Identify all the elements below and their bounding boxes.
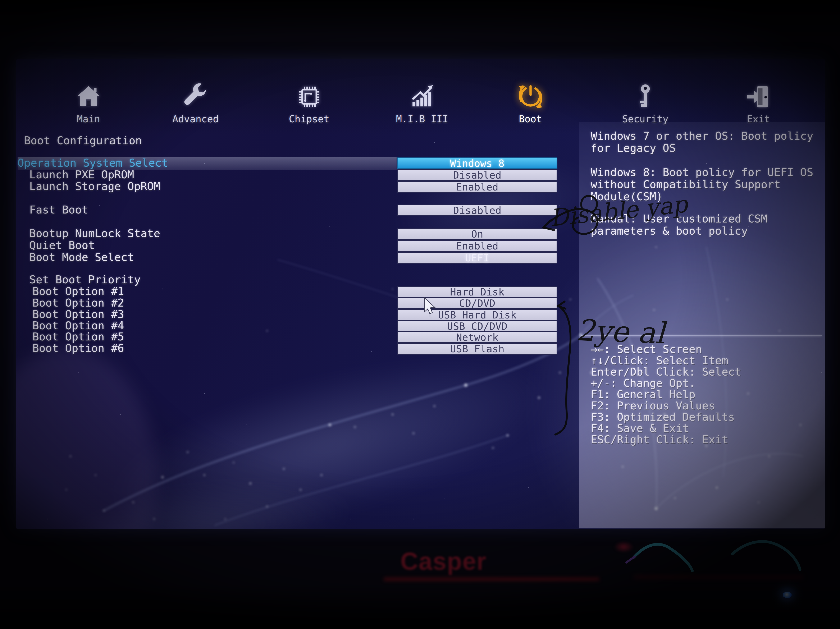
value-launch-storage-oprom[interactable]: Enabled: [397, 181, 557, 193]
chart-icon: [376, 79, 468, 111]
help-text-line: Windows 7 or other OS: Boot policy: [591, 130, 813, 142]
chipset-icon: [263, 79, 355, 111]
bios-screen: Main Advanced Chipset M.I.B III Boot Sec…: [16, 59, 825, 529]
legend-f1-help: F1: General Help: [591, 388, 695, 400]
tab-chipset[interactable]: Chipset: [263, 79, 355, 125]
power-icon: [485, 79, 576, 111]
item-boot-mode-select[interactable]: Boot Mode Select: [29, 251, 134, 264]
help-text-line: Module(CSM): [591, 190, 663, 203]
item-fast-boot[interactable]: Fast Boot: [29, 203, 88, 216]
legend-f3-defaults: F3: Optimized Defaults: [591, 411, 735, 423]
legend-select-screen: →←: Select Screen: [591, 343, 702, 355]
help-text-line: Manual: User customized CSM: [591, 213, 767, 225]
tab-mib-iii[interactable]: M.I.B III: [376, 79, 468, 125]
monitor-brand-logo: Casper: [376, 547, 510, 575]
legend-select: Enter/Dbl Click: Select: [591, 366, 741, 378]
tab-label: M.I.B III: [376, 114, 468, 125]
tab-advanced[interactable]: Advanced: [150, 79, 242, 125]
exit-door-icon: [712, 79, 804, 111]
item-boot-option-3[interactable]: Boot Option #3: [32, 308, 124, 321]
item-boot-option-6[interactable]: Boot Option #6: [32, 342, 124, 355]
item-quiet-boot[interactable]: Quiet Boot: [29, 239, 95, 252]
value-boot-option-3[interactable]: USB Hard Disk: [397, 309, 557, 321]
legend-f4-save-exit: F4: Save & Exit: [591, 422, 689, 435]
item-boot-option-2[interactable]: Boot Option #2: [32, 296, 124, 309]
tab-main[interactable]: Main: [43, 79, 134, 125]
legend-f2-previous: F2: Previous Values: [591, 399, 715, 412]
item-bootup-numlock-state[interactable]: Bootup NumLock State: [29, 227, 160, 240]
tab-label: Advanced: [150, 114, 242, 125]
tab-security[interactable]: Security: [599, 79, 691, 125]
priority-section-title: Set Boot Priority: [29, 273, 141, 286]
tab-label: Main: [43, 114, 134, 125]
tab-label: Exit: [712, 114, 804, 125]
bezel-red-glow-right: [634, 576, 803, 579]
value-boot-option-5[interactable]: Network: [397, 331, 557, 343]
item-launch-pxe-oprom[interactable]: Launch PXE OpROM: [29, 168, 134, 181]
power-led: [783, 592, 792, 598]
value-operation-system-select[interactable]: Windows 8: [397, 158, 557, 169]
help-text-line: Windows 8: Boot policy for UEFI OS: [591, 166, 813, 178]
tab-label: Security: [599, 114, 691, 125]
legend-change-opt: +/-: Change Opt.: [591, 377, 695, 389]
item-operation-system-select[interactable]: Operation System Select: [17, 156, 168, 169]
key-icon: [599, 79, 691, 111]
wrench-icon: [150, 79, 242, 111]
item-boot-option-5[interactable]: Boot Option #5: [32, 330, 124, 343]
value-boot-mode-select[interactable]: UEFI: [397, 252, 557, 264]
value-boot-option-1[interactable]: Hard Disk: [397, 286, 557, 298]
tab-label: Boot: [485, 114, 576, 125]
help-text-line: for Legacy OS: [591, 142, 676, 154]
bezel-red-glow-left: [384, 577, 599, 581]
home-icon: [43, 79, 134, 111]
tab-label: Chipset: [263, 114, 355, 125]
item-boot-option-1[interactable]: Boot Option #1: [32, 285, 124, 298]
value-quiet-boot[interactable]: Enabled: [397, 240, 557, 252]
value-fast-boot[interactable]: Disabled: [397, 205, 557, 216]
tab-exit[interactable]: Exit: [712, 79, 804, 125]
value-launch-pxe-oprom[interactable]: Disabled: [397, 169, 557, 181]
tab-boot[interactable]: Boot: [485, 79, 576, 125]
bezel-red-reflection: [614, 541, 634, 553]
value-boot-option-4[interactable]: USB CD/DVD: [397, 320, 557, 332]
item-launch-storage-oprom[interactable]: Launch Storage OpROM: [29, 180, 160, 193]
value-bootup-numlock-state[interactable]: On: [397, 228, 557, 240]
section-title: Boot Configuration: [24, 134, 142, 147]
help-text-line: parameters & boot policy: [591, 225, 748, 237]
value-boot-option-6[interactable]: USB Flash: [397, 343, 557, 355]
help-panel-divider: [581, 336, 822, 336]
legend-esc-exit: ESC/Right Click: Exit: [591, 433, 728, 446]
legend-select-item: ↑↓/Click: Select Item: [591, 354, 728, 367]
value-boot-option-2[interactable]: CD/DVD: [397, 297, 557, 309]
help-text-line: without Compatibility Support: [591, 178, 781, 191]
